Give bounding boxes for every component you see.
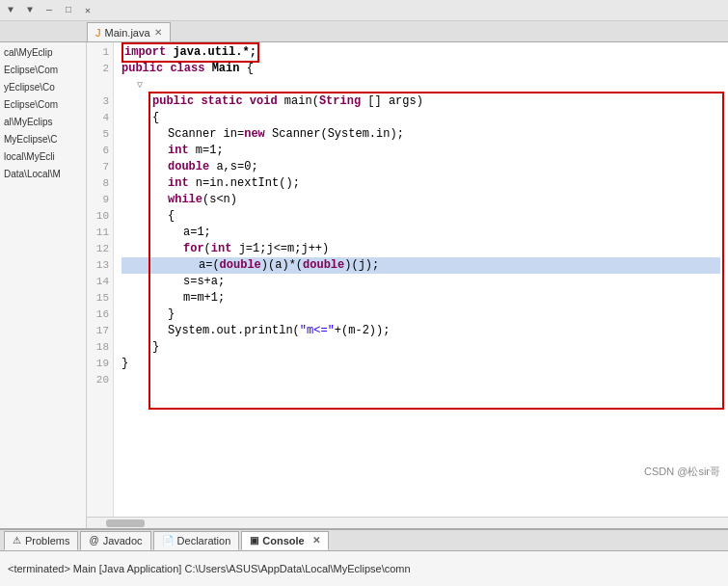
- code-line-15: m=m+1;: [121, 290, 720, 306]
- code-line-2: public class Main {: [121, 61, 720, 77]
- code-line-17: System.out.println("m<="+(m-2));: [121, 323, 720, 339]
- code-line-7: double a,s=0;: [121, 159, 720, 175]
- tab-problems-label: Problems: [25, 535, 69, 546]
- console-icon: ▣: [250, 535, 258, 546]
- sidebar-item-0[interactable]: cal\MyEclip: [0, 44, 86, 62]
- code-line-12: for(int j=1;j<=m;j++): [121, 241, 720, 257]
- toolbar: ▼ ▼ — □ ✕: [0, 0, 728, 21]
- code-line-19: }: [121, 356, 720, 372]
- code-line-3: public static void main(String [] args): [121, 93, 720, 110]
- code-line-18: }: [121, 339, 720, 356]
- tab-bar: J Main.java ✕: [0, 21, 728, 42]
- code-line-11: a=1;: [121, 225, 720, 241]
- tab-console-label: Console: [262, 535, 304, 546]
- tab-javadoc-label: Javadoc: [103, 535, 143, 546]
- code-line-6: int m=1;: [121, 143, 720, 159]
- code-line-14: s=s+a;: [121, 274, 720, 290]
- bottom-content: <terminated> Main [Java Application] C:\…: [0, 551, 728, 586]
- scrollbar-thumb[interactable]: [106, 519, 145, 527]
- code-line-9: while(s<n): [121, 192, 720, 208]
- sidebar-item-4[interactable]: al\MyEclips: [0, 114, 86, 131]
- collapse-arrow[interactable]: ▽: [137, 77, 143, 93]
- code-line-13: a=(double)(a)*(double)(j);: [121, 257, 720, 274]
- code-content[interactable]: import java.util.*; public class Main { …: [114, 42, 728, 517]
- bottom-tabs: ⚠ Problems @ Javadoc 📄 Declaration ▣ Con…: [0, 530, 728, 551]
- tab-file-icon: J: [95, 27, 101, 39]
- toolbar-icon-5[interactable]: ✕: [81, 4, 94, 17]
- code-area: 1 2 3 4 5 6 7 8 9 10 11 12 13 14 15 16 1…: [87, 42, 728, 517]
- console-close-icon[interactable]: ✕: [312, 535, 320, 546]
- import-highlight: import java.util.*;: [121, 42, 259, 63]
- toolbar-icon-3[interactable]: —: [42, 4, 56, 17]
- toolbar-icon-1[interactable]: ▼: [4, 4, 17, 17]
- h-scrollbar[interactable]: [87, 517, 728, 528]
- sidebar: cal\MyEclip Eclipse\Com yEclipse\Co Ecli…: [0, 42, 87, 528]
- sidebar-item-6[interactable]: local\MyEcli: [0, 148, 86, 166]
- tab-problems[interactable]: ⚠ Problems: [4, 531, 78, 550]
- code-line-4: {: [121, 110, 720, 126]
- sidebar-item-1[interactable]: Eclipse\Com: [0, 62, 86, 79]
- tab-console[interactable]: ▣ Console ✕: [241, 531, 328, 550]
- editor: 1 2 3 4 5 6 7 8 9 10 11 12 13 14 15 16 1…: [87, 42, 728, 528]
- problems-icon: ⚠: [13, 535, 21, 546]
- code-line-16: }: [121, 306, 720, 323]
- code-line-arrow: ▽: [121, 77, 720, 93]
- tab-main-java[interactable]: J Main.java ✕: [87, 22, 171, 41]
- code-line-1: import java.util.*;: [121, 44, 720, 61]
- declaration-icon: 📄: [162, 535, 174, 546]
- toolbar-icon-4[interactable]: □: [62, 4, 75, 17]
- tab-close-button[interactable]: ✕: [154, 27, 162, 38]
- code-line-8: int n=in.nextInt();: [121, 175, 720, 192]
- watermark: CSDN @松sir哥: [644, 464, 720, 480]
- tab-declaration[interactable]: 📄 Declaration: [153, 531, 240, 550]
- console-output: <terminated> Main [Java Application] C:\…: [8, 563, 411, 574]
- javadoc-icon: @: [89, 535, 98, 546]
- sidebar-item-2[interactable]: yEclipse\Co: [0, 79, 86, 96]
- code-line-5: Scanner in=new Scanner(System.in);: [121, 126, 720, 143]
- tab-filename: Main.java: [105, 27, 150, 39]
- line-numbers: 1 2 3 4 5 6 7 8 9 10 11 12 13 14 15 16 1…: [87, 42, 114, 517]
- main-area: cal\MyEclip Eclipse\Com yEclipse\Co Ecli…: [0, 42, 728, 528]
- bottom-panel: ⚠ Problems @ Javadoc 📄 Declaration ▣ Con…: [0, 528, 728, 586]
- sidebar-item-3[interactable]: Eclipse\Com: [0, 96, 86, 114]
- toolbar-icon-2[interactable]: ▼: [23, 4, 37, 17]
- tab-declaration-label: Declaration: [177, 535, 231, 546]
- code-line-10: {: [121, 208, 720, 225]
- sidebar-item-7[interactable]: Data\Local\M: [0, 166, 86, 183]
- tab-javadoc[interactable]: @ Javadoc: [80, 531, 150, 550]
- sidebar-item-5[interactable]: MyEclipse\C: [0, 131, 86, 148]
